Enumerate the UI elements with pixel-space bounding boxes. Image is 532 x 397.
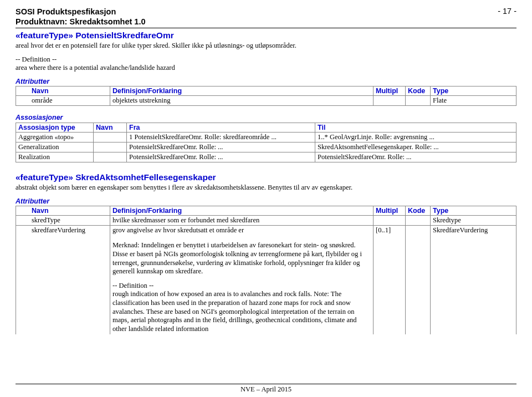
cell-fra: PotensieltSkredfareOmr. Rolle: ...: [127, 142, 315, 152]
table-row: Realization PotensieltSkredfareOmr. Roll…: [16, 152, 516, 162]
cell-type: Flate: [431, 96, 516, 106]
feature2-title: «featureType» SkredAktsomhetFellesegensk…: [16, 172, 516, 182]
feature1-title: «featureType» PotensieltSkredfareOmr: [16, 30, 516, 40]
cell-type: Generalization: [16, 142, 94, 152]
cell-kode: [406, 226, 431, 236]
attr2-h-navn: Navn: [16, 206, 110, 216]
page-footer: NVE – April 2015: [0, 384, 532, 394]
assoc-table: Assosiasjon type Navn Fra Til Aggregatio…: [16, 123, 516, 162]
attr2-note1: Merknad: Inndelingen er benyttet i utarb…: [112, 241, 371, 276]
doc-title-line2: Produktnavn: Skredaktsomhet 1.0: [16, 17, 146, 27]
cell-kode: [406, 216, 431, 226]
table-row: område objektets utstrekning Flate: [16, 96, 516, 106]
assoc-h-fra: Fra: [127, 123, 315, 133]
attr2-table: Navn Definisjon/Forklaring Multipl Kode …: [16, 206, 516, 334]
attr1-h-navn: Navn: [16, 86, 110, 96]
cell-navn: [94, 152, 127, 162]
cell-navn: skredfareVurdering: [16, 226, 110, 236]
cell-type: Skredtype: [431, 216, 516, 226]
doc-title-block: SOSI Produktspesfikasjon Produktnavn: Sk…: [16, 7, 146, 27]
cell-navn: område: [16, 96, 110, 106]
attr2-h-mult: Multipl: [374, 206, 406, 216]
footer-rule: [16, 384, 516, 384]
cell-kode: [406, 96, 431, 106]
attr1-h-mult: Multipl: [374, 86, 406, 96]
attr1-h-def: Definisjon/Forklaring: [110, 86, 374, 96]
table-row: Merknad: Inndelingen er benyttet i utarb…: [16, 235, 516, 334]
attr2-section-label: Attributter: [16, 197, 516, 205]
attr2-header-row: Navn Definisjon/Forklaring Multipl Kode …: [16, 206, 516, 216]
attr1-section-label: Attributter: [16, 78, 516, 85]
cell-type: Realization: [16, 152, 94, 162]
assoc-h-type: Assosiasjon type: [16, 123, 94, 133]
feature2-desc: abstrakt objekt som bærer en egenskaper …: [16, 184, 516, 192]
cell-type: Aggregation «topo»: [16, 133, 94, 142]
assoc-h-navn: Navn: [94, 123, 127, 133]
assoc-h-til: Til: [315, 123, 516, 133]
cell-def: objektets utstrekning: [110, 96, 374, 106]
attr1-table: Navn Definisjon/Forklaring Multipl Kode …: [16, 86, 516, 106]
table-row: skredfareVurdering grov angivelse av hvo…: [16, 226, 516, 236]
cell-mult: [0..1]: [374, 226, 406, 236]
cell-fra: 1 PotensieltSkredfareOmr. Rolle: skredfa…: [127, 133, 315, 142]
table-row: skredType hvilke skredmasser som er forb…: [16, 216, 516, 226]
cell-fra: PotensieltSkredfareOmr. Rolle: ...: [127, 152, 315, 162]
attr2-h-kode: Kode: [406, 206, 431, 216]
cell-mult: [374, 216, 406, 226]
doc-title-line1: SOSI Produktspesfikasjon: [16, 7, 146, 17]
cell-navn: skredType: [16, 216, 110, 226]
attr1-header-row: Navn Definisjon/Forklaring Multipl Kode …: [16, 86, 516, 96]
attr2-h-type: Type: [431, 206, 516, 216]
cell-til: PotensieltSkredfareOmr. Rolle: ...: [315, 152, 516, 162]
cell-def: grov angivelse av hvor skredutsatt et om…: [110, 226, 374, 236]
cell-def: hvilke skredmasser som er forbundet med …: [110, 216, 374, 226]
cell-mult: [374, 96, 406, 106]
cell-type: SkredfareVurdering: [431, 226, 516, 236]
feature1-desc: areal hvor det er en potensiell fare for…: [16, 42, 516, 50]
table-row: Aggregation «topo» 1 PotensieltSkredfare…: [16, 133, 516, 142]
page-header: SOSI Produktspesfikasjon Produktnavn: Sk…: [16, 7, 516, 27]
assoc-header-row: Assosiasjon type Navn Fra Til: [16, 123, 516, 133]
attr1-h-kode: Kode: [406, 86, 431, 96]
cell-til: SkredAktsomhetFellesegenskaper. Rolle: .…: [315, 142, 516, 152]
page-number: - 17 -: [498, 7, 516, 16]
table-row: Generalization PotensieltSkredfareOmr. R…: [16, 142, 516, 152]
footer-text: NVE – April 2015: [241, 385, 291, 393]
attr1-h-type: Type: [431, 86, 516, 96]
assoc-section-label: Assosiasjoner: [16, 114, 516, 121]
cell-navn: [94, 133, 127, 142]
attr2-note2: -- Definition -- rough indication of how…: [112, 282, 371, 334]
header-rule: [16, 28, 516, 28]
feature1-definition: -- Definition -- area where there is a p…: [16, 55, 516, 72]
attr2-h-def: Definisjon/Forklaring: [110, 206, 374, 216]
cell-til: 1..* GeolAvgrLinje. Rolle: avgrensning .…: [315, 133, 516, 142]
cell-navn: [94, 142, 127, 152]
